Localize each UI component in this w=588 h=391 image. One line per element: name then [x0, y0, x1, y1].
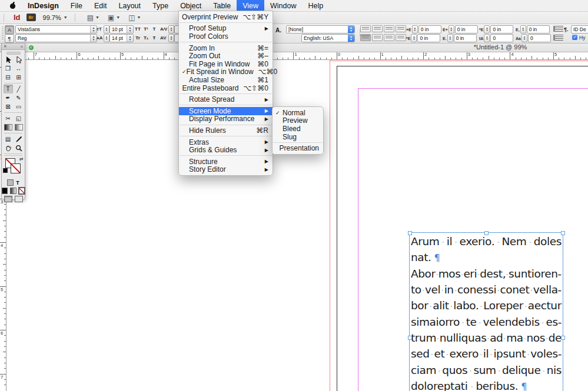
font-size-stepper[interactable]: ▲▼: [104, 25, 109, 34]
justify-right-button[interactable]: [372, 34, 383, 41]
menu-item-entire-pasteboard[interactable]: Entire Pasteboard⌥⇧⌘0: [179, 84, 273, 92]
view-options-button[interactable]: ▤▼: [87, 14, 99, 22]
hyphenate-checkbox[interactable]: ✓: [572, 35, 577, 40]
default-fill-stroke-icon[interactable]: [3, 168, 8, 173]
submenu-item-bleed[interactable]: Bleed: [273, 125, 323, 133]
menubar-item-window[interactable]: Window: [264, 0, 302, 11]
superscript-button[interactable]: T¹: [142, 25, 150, 32]
gradient-swatch-tool[interactable]: [4, 123, 13, 132]
frame-handle[interactable]: [561, 231, 565, 235]
kerning-stepper[interactable]: ▲▼: [168, 25, 174, 34]
right-indent-field[interactable]: 0 in: [455, 25, 478, 34]
align-center-button[interactable]: [372, 25, 383, 32]
stepper[interactable]: ▲▼: [449, 25, 454, 34]
character-style-dropdown[interactable]: [None] ▲▼: [286, 25, 355, 34]
menu-item-screen-mode[interactable]: Screen Mode▶: [179, 107, 273, 115]
submenu-item-normal[interactable]: ✓Normal: [273, 109, 323, 117]
character-formatting-button[interactable]: A: [5, 25, 14, 34]
line-tool[interactable]: ╱: [14, 85, 24, 93]
apply-color-button[interactable]: [2, 188, 8, 194]
panel-grip[interactable]: [2, 26, 4, 41]
drop-cap-lines-field[interactable]: 0: [490, 34, 513, 42]
drop-cap-characters-field[interactable]: 0: [528, 34, 551, 42]
menu-item-structure[interactable]: Structure▶: [179, 158, 273, 166]
menubar-item-edit[interactable]: Edit: [88, 0, 113, 11]
rectangle-tool[interactable]: ▭: [14, 102, 24, 111]
apply-gradient-button[interactable]: [10, 188, 16, 194]
justify-center-button[interactable]: [360, 34, 371, 41]
content-collector-tool[interactable]: ⊟: [4, 73, 13, 82]
gradient-feather-tool[interactable]: [14, 123, 24, 132]
menu-item-proof-colors[interactable]: Proof Colors: [179, 32, 273, 41]
bridge-button[interactable]: Br: [26, 14, 36, 21]
normal-view-mode-button[interactable]: [4, 196, 12, 202]
page-tool[interactable]: ❐: [4, 64, 13, 73]
panel-close-icon[interactable]: ✕: [4, 44, 7, 49]
menubar-item-view[interactable]: View: [237, 0, 264, 11]
tracking-stepper[interactable]: ▲▼: [168, 34, 174, 42]
frame-edges-button[interactable]: ▣▼: [108, 14, 120, 22]
content-placer-tool[interactable]: ⊞: [14, 73, 24, 82]
menu-item-grids-guides[interactable]: Grids & Guides▶: [179, 146, 273, 154]
character-style-combo-cap[interactable]: ▲▼: [348, 26, 354, 33]
stepper[interactable]: ▲▼: [521, 34, 527, 42]
submenu-item-preview[interactable]: Preview: [273, 117, 323, 125]
font-family-field[interactable]: VistaSans ▲▼: [15, 25, 97, 34]
menu-item-zoom-out[interactable]: Zoom Out⌘–: [179, 52, 273, 60]
font-size-field[interactable]: 10 pt ▲▼: [109, 25, 134, 34]
menubar-item-layout[interactable]: Layout: [113, 0, 147, 11]
frame-tool[interactable]: ⊠: [4, 102, 13, 111]
menu-item-fit-page-in-window[interactable]: Fit Page in Window⌘0: [179, 60, 273, 68]
apply-none-button[interactable]: [19, 188, 25, 194]
menubar-item-help[interactable]: Help: [303, 0, 330, 11]
menu-item-zoom-in[interactable]: Zoom In⌘=: [179, 44, 273, 52]
menubar-item-indesign[interactable]: InDesign: [22, 0, 65, 11]
paragraph-formatting-button[interactable]: ¶: [5, 34, 14, 43]
numbered-list-button[interactable]: [553, 35, 563, 41]
menubar-item-object[interactable]: Object: [174, 0, 207, 11]
gap-tool[interactable]: ↔: [14, 64, 24, 73]
stepper[interactable]: ▲▼: [411, 34, 417, 42]
note-tool[interactable]: ▤: [4, 135, 13, 143]
menu-item-hide-rulers[interactable]: Hide Rulers⌘R: [179, 126, 273, 135]
menu-item-extras[interactable]: Extras▶: [179, 138, 273, 146]
window-zoom-button[interactable]: [29, 45, 34, 50]
hand-tool[interactable]: [4, 143, 13, 152]
zoom-level-dropdown[interactable]: 99.7%▼: [43, 14, 68, 21]
formatting-affects-container-button[interactable]: [7, 179, 14, 186]
free-transform-tool[interactable]: ◱: [14, 114, 24, 123]
horizontal-ruler[interactable]: 7654321012345: [0, 52, 588, 60]
font-family-stepper[interactable]: ▲▼: [90, 26, 97, 33]
space-after-field[interactable]: 0 in: [454, 34, 477, 42]
menubar-item-file[interactable]: File: [65, 0, 88, 11]
menu-item-overprint-preview[interactable]: Overprint Preview⌥⇧⌘Y: [179, 13, 273, 21]
stepper[interactable]: ▲▼: [484, 25, 490, 34]
panel-drag-handle[interactable]: [6, 52, 21, 55]
eyedropper-tool[interactable]: [14, 135, 24, 143]
space-before-field[interactable]: 0 in: [417, 34, 440, 42]
pencil-tool[interactable]: ✎: [14, 93, 24, 102]
direct-selection-tool[interactable]: [14, 55, 24, 64]
tools-palette-header[interactable]: ✕ «: [2, 44, 25, 50]
subscript-button[interactable]: T₁: [142, 34, 150, 41]
all-caps-button[interactable]: TT: [134, 25, 141, 32]
leading-stepper[interactable]: ▲▼: [104, 34, 109, 42]
leading-field[interactable]: 14 pt ▲▼: [109, 34, 134, 42]
font-style-field[interactable]: Reg ▲▼: [15, 34, 97, 42]
story-text[interactable]: Arum·il·exerio.·Nem·dolesnat.¶Abor·mos·e…: [411, 233, 562, 391]
last-line-indent-field[interactable]: 0 in: [527, 25, 550, 34]
paragraph-style-box[interactable]: ID De: [571, 25, 588, 34]
underline-button[interactable]: T: [151, 25, 158, 32]
selection-tool[interactable]: [4, 55, 13, 64]
apple-menu[interactable]: [9, 2, 16, 9]
menu-item-proof-setup[interactable]: Proof Setup▶: [179, 25, 273, 33]
text-frame[interactable]: Arum·il·exerio.·Nem·dolesnat.¶Abor·mos·e…: [409, 232, 563, 391]
first-line-indent-field[interactable]: 0 in: [490, 25, 513, 34]
menu-item-story-editor[interactable]: Story Editor▶: [179, 166, 273, 174]
stepper[interactable]: ▲▼: [447, 34, 453, 42]
submenu-item-slug[interactable]: Slug: [273, 133, 323, 141]
align-towards-spine-button[interactable]: [396, 34, 406, 41]
frame-handle[interactable]: [561, 336, 565, 340]
language-dropdown[interactable]: English: USA ▲▼: [301, 34, 355, 42]
stepper[interactable]: ▲▼: [520, 25, 526, 34]
